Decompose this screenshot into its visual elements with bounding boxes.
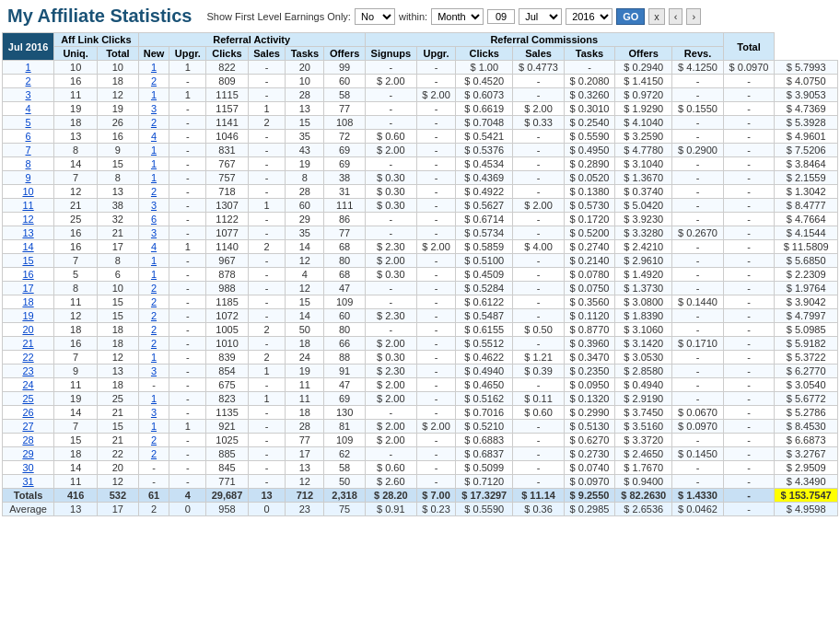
cell: -: [169, 102, 206, 116]
cell[interactable]: 3: [138, 226, 169, 240]
cell[interactable]: 20: [3, 323, 54, 337]
cell[interactable]: 1: [138, 144, 169, 157]
cell[interactable]: 2: [3, 75, 54, 88]
go-button[interactable]: GO: [616, 8, 645, 25]
cell[interactable]: 1: [138, 171, 169, 185]
month-select[interactable]: JanFebMarAprMayJunJulAugSepOctNovDec: [519, 8, 562, 25]
cell: 18: [54, 447, 98, 461]
cell[interactable]: 21: [3, 337, 54, 351]
cell[interactable]: 16: [3, 268, 54, 282]
cell[interactable]: 3: [138, 199, 169, 213]
cell[interactable]: 1: [138, 88, 169, 102]
cell: -: [513, 254, 564, 268]
cell[interactable]: 7: [3, 144, 54, 157]
cell[interactable]: 8: [3, 157, 54, 171]
cell[interactable]: 18: [3, 295, 54, 309]
cell[interactable]: 2: [138, 295, 169, 309]
cell[interactable]: 27: [3, 420, 54, 434]
cell: 72: [324, 130, 365, 144]
cell: $ 0.3260: [564, 88, 614, 102]
cell[interactable]: 3: [138, 406, 169, 420]
cell[interactable]: 2: [138, 185, 169, 199]
cell[interactable]: 2: [138, 447, 169, 461]
cell[interactable]: 2: [138, 323, 169, 337]
cell[interactable]: 2: [138, 75, 169, 88]
cell: -: [138, 378, 169, 392]
cell[interactable]: 25: [3, 392, 54, 406]
cell[interactable]: 3: [138, 102, 169, 116]
cell: -: [169, 351, 206, 365]
cell: 109: [324, 434, 365, 447]
cell: 1077: [206, 226, 249, 240]
cell[interactable]: 4: [138, 240, 169, 254]
cell[interactable]: 11: [3, 199, 54, 213]
show-select[interactable]: YesNo: [355, 8, 395, 25]
cell[interactable]: 4: [3, 102, 54, 116]
clear-button[interactable]: x: [648, 8, 665, 25]
cell: -: [564, 61, 614, 75]
next-button[interactable]: ›: [686, 8, 701, 25]
day-input[interactable]: [487, 9, 515, 24]
referral-activity-header: Referral Activity: [138, 33, 365, 47]
average-row: Average13172095802375$ 0.91$ 0.23$ 0.559…: [3, 503, 838, 516]
cell[interactable]: 1: [138, 61, 169, 75]
cell: 25: [54, 213, 98, 226]
cell[interactable]: 22: [3, 351, 54, 365]
cell[interactable]: 1: [3, 61, 54, 75]
cell[interactable]: 1: [138, 392, 169, 406]
cell[interactable]: 13: [3, 226, 54, 240]
cell[interactable]: 31: [3, 475, 54, 489]
cell: 60: [286, 199, 324, 213]
sub-upgr2: Upgr.: [416, 47, 455, 61]
cell[interactable]: 14: [3, 240, 54, 254]
year-select[interactable]: 2014201520162017: [566, 8, 612, 25]
cell[interactable]: 30: [3, 461, 54, 475]
prev-button[interactable]: ‹: [669, 8, 683, 25]
cell: $ 0.6714: [456, 213, 513, 226]
cell: -: [169, 130, 206, 144]
cell[interactable]: 4: [138, 130, 169, 144]
period-select[interactable]: DayWeekMonthYear: [431, 8, 484, 25]
cell[interactable]: 17: [3, 282, 54, 295]
cell: 17: [286, 447, 324, 461]
cell[interactable]: 2: [138, 116, 169, 130]
cell: -: [723, 130, 774, 144]
cell: $ 0.5512: [456, 337, 513, 351]
table-row: 814151-767-1969--$ 0.4534-$ 0.2890$ 3.10…: [3, 157, 838, 171]
cell[interactable]: 6: [3, 130, 54, 144]
cell: $ 0.2900: [672, 144, 723, 157]
cell[interactable]: 24: [3, 378, 54, 392]
cell[interactable]: 6: [138, 213, 169, 226]
average-cell: $ 0.91: [365, 503, 416, 516]
cell[interactable]: 29: [3, 447, 54, 461]
cell[interactable]: 2: [138, 282, 169, 295]
cell[interactable]: 3: [3, 88, 54, 102]
cell: -: [248, 185, 285, 199]
cell[interactable]: 23: [3, 365, 54, 378]
cell[interactable]: 28: [3, 434, 54, 447]
cell[interactable]: 1: [138, 254, 169, 268]
cell[interactable]: 2: [138, 309, 169, 323]
cell: 50: [286, 323, 324, 337]
cell: 771: [206, 475, 249, 489]
cell: 18: [54, 116, 98, 130]
cell[interactable]: 2: [138, 434, 169, 447]
cell: 1: [169, 61, 206, 75]
cell[interactable]: 26: [3, 406, 54, 420]
cell[interactable]: 19: [3, 309, 54, 323]
cell[interactable]: 1: [138, 157, 169, 171]
cell: 21: [98, 434, 138, 447]
cell[interactable]: 10: [3, 185, 54, 199]
cell[interactable]: 5: [3, 116, 54, 130]
cell: $ 0.0670: [672, 406, 723, 420]
cell: $ 0.8770: [564, 323, 614, 337]
cell[interactable]: 3: [138, 365, 169, 378]
cell[interactable]: 2: [138, 337, 169, 351]
cell[interactable]: 1: [138, 420, 169, 434]
cell: 28: [286, 420, 324, 434]
cell[interactable]: 1: [138, 351, 169, 365]
cell[interactable]: 15: [3, 254, 54, 268]
cell[interactable]: 9: [3, 171, 54, 185]
cell[interactable]: 12: [3, 213, 54, 226]
cell[interactable]: 1: [138, 268, 169, 282]
